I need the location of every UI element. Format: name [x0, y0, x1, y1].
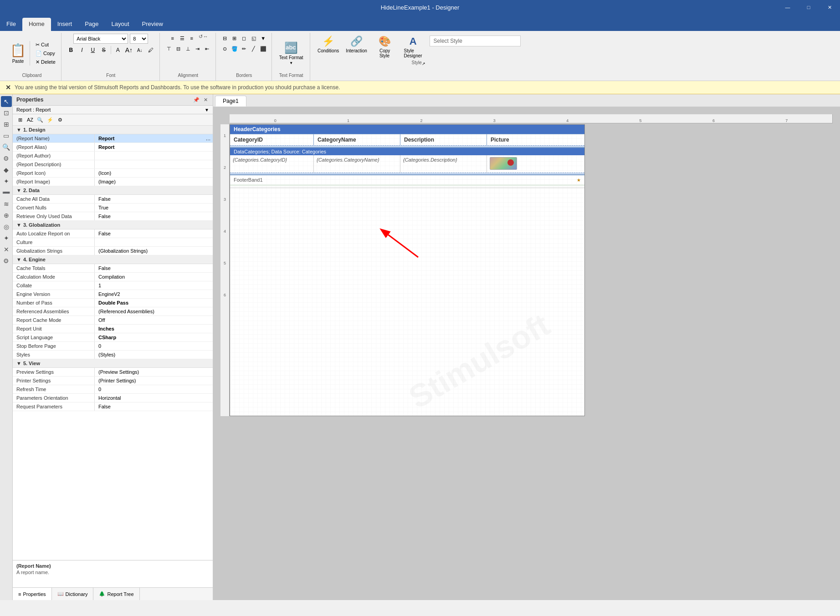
props-row-printersettings[interactable]: Printer Settings (Printer Settings): [13, 377, 213, 385]
sidebar-icon-gear[interactable]: ⚙: [1, 153, 12, 164]
props-row-refreshtime[interactable]: Refresh Time 0: [13, 385, 213, 394]
sidebar-icon-zoom[interactable]: 🔍: [1, 142, 12, 153]
highlight-button[interactable]: 🖊: [146, 45, 156, 55]
menu-insert[interactable]: Insert: [51, 18, 79, 31]
props-row-convertnulls[interactable]: Convert Nulls True: [13, 204, 213, 212]
border-btn2[interactable]: ⊞: [230, 34, 239, 43]
panel-close-btn[interactable]: ✕: [202, 96, 209, 103]
shadow-btn[interactable]: ⊙: [220, 44, 230, 53]
font-shrink-button[interactable]: A↓: [135, 45, 145, 55]
props-row-requestparams[interactable]: Request Parameters False: [13, 402, 213, 411]
sidebar-icon-grid[interactable]: ⊞: [1, 119, 12, 130]
props-row-autolocalize[interactable]: Auto Localize Report on False: [13, 229, 213, 238]
copy-style-button[interactable]: 🎨 CopyStyle: [371, 34, 399, 60]
data-band-resize-bar[interactable]: [230, 173, 584, 174]
delete-button[interactable]: ✕ Delete: [34, 58, 57, 66]
report-selector-dropdown[interactable]: ▼: [205, 107, 209, 112]
text-format-dropdown[interactable]: ▼: [289, 61, 293, 65]
minimize-btn[interactable]: —: [777, 0, 798, 15]
cut-button[interactable]: ✂ Cut: [34, 41, 57, 49]
sidebar-icon-cross[interactable]: ✦: [1, 176, 12, 187]
props-row-reportimage[interactable]: (Report Image) (Image): [13, 178, 213, 186]
props-row-collate[interactable]: Collate 1: [13, 281, 213, 290]
sidebar-icon-rect[interactable]: ▭: [1, 130, 12, 141]
menu-layout[interactable]: Layout: [105, 18, 136, 31]
footer-band[interactable]: FooterBand1 ★: [230, 175, 584, 188]
close-btn[interactable]: ✕: [819, 0, 840, 15]
indent-btn[interactable]: ⇥: [193, 44, 202, 53]
header-band-resize[interactable]: [581, 125, 584, 134]
trial-close-btn[interactable]: ✕: [5, 84, 11, 91]
strikethrough-button[interactable]: S: [99, 45, 109, 55]
props-row-reportdesc[interactable]: (Report Description): [13, 160, 213, 169]
border-btn3[interactable]: ◻: [240, 34, 249, 43]
select-style-area[interactable]: Select Style: [430, 36, 521, 46]
underline-button[interactable]: U: [88, 45, 98, 55]
data-cell-categoryid[interactable]: {Categories.CategoryID}: [230, 155, 314, 173]
paste-button[interactable]: 📋 Paste: [6, 41, 30, 66]
props-row-reportname[interactable]: (Report Name) Report …: [13, 134, 213, 143]
border-btn4[interactable]: ◱: [249, 34, 258, 43]
outdent-btn[interactable]: ⇤: [203, 44, 212, 53]
panel-pin-btn[interactable]: 📌: [193, 96, 200, 103]
pen-btn[interactable]: ✏: [240, 44, 249, 53]
border-btn1[interactable]: ⊟: [220, 34, 230, 43]
border-dropdown[interactable]: ▼: [259, 34, 268, 43]
font-grow-button[interactable]: A↑: [124, 45, 134, 55]
italic-button[interactable]: I: [77, 45, 87, 55]
props-row-culture[interactable]: Culture: [13, 238, 213, 247]
props-row-previewsettings[interactable]: Preview Settings (Preview Settings): [13, 368, 213, 377]
props-section-glob[interactable]: ▼ 3. Globalization: [13, 221, 213, 229]
empty-canvas-area[interactable]: Stimulsoft: [230, 188, 584, 416]
sidebar-icon-settings[interactable]: ⚙: [1, 255, 12, 266]
style-designer-button[interactable]: A StyleDesigner: [400, 34, 427, 60]
props-section-design[interactable]: ▼ 1. Design: [13, 126, 213, 134]
maximize-btn[interactable]: □: [798, 0, 819, 15]
bold-button[interactable]: B: [66, 45, 76, 55]
props-search-btn[interactable]: 🔍: [36, 115, 45, 124]
sidebar-icon-plus[interactable]: ⊕: [1, 210, 12, 221]
tab-report-tree[interactable]: 🌲 Report Tree: [93, 588, 139, 600]
line-btn[interactable]: ╱: [249, 44, 258, 53]
col-header-categoryname[interactable]: CategoryName: [314, 134, 400, 145]
props-row-cachealldata[interactable]: Cache All Data False: [13, 195, 213, 204]
menu-file[interactable]: File: [0, 18, 22, 31]
font-color-button[interactable]: A: [113, 45, 123, 55]
align-left-btn[interactable]: ≡: [168, 34, 177, 43]
sidebar-icon-star[interactable]: ✦: [1, 233, 12, 244]
align-top-btn[interactable]: ⊤: [164, 44, 174, 53]
props-row-cachetotals[interactable]: Cache Totals False: [13, 264, 213, 273]
menu-page[interactable]: Page: [78, 18, 105, 31]
data-band[interactable]: DataCategories; Data Source: Categories …: [230, 148, 584, 175]
menu-home[interactable]: Home: [22, 18, 51, 31]
style-expand-icon[interactable]: ↗: [422, 61, 425, 66]
props-row-retrievedata[interactable]: Retrieve Only Used Data False: [13, 212, 213, 221]
props-row-reporticon[interactable]: (Report Icon) (Icon): [13, 169, 213, 178]
col-header-picture[interactable]: Picture: [487, 134, 584, 145]
menu-preview[interactable]: Preview: [136, 18, 169, 31]
props-row-calcmode[interactable]: Calculation Mode Compilation: [13, 273, 213, 281]
props-row-styles[interactable]: Styles (Styles): [13, 351, 213, 359]
props-row-globstrings[interactable]: Globalization Strings (Globalization Str…: [13, 247, 213, 255]
copy-button[interactable]: 📄 Copy: [34, 50, 57, 57]
tab-properties[interactable]: ≡ Properties: [13, 588, 52, 600]
props-settings-btn[interactable]: ⚙: [56, 115, 65, 124]
props-row-cachemode[interactable]: Report Cache Mode Off: [13, 316, 213, 325]
footer-resize-bar[interactable]: [230, 184, 584, 186]
align-center-btn[interactable]: ☰: [178, 34, 187, 43]
sidebar-icon-list[interactable]: ≋: [1, 199, 12, 209]
fill-btn[interactable]: 🪣: [230, 44, 239, 53]
design-canvas[interactable]: HeaderCategories CategoryID CategoryName…: [230, 124, 585, 416]
interaction-button[interactable]: 🔗 Interaction: [343, 34, 370, 55]
col-header-categoryid[interactable]: CategoryID: [230, 134, 314, 145]
props-row-enginever[interactable]: Engine Version EngineV2: [13, 290, 213, 299]
sidebar-icon-circle[interactable]: ◎: [1, 221, 12, 232]
props-event-btn[interactable]: ⚡: [46, 115, 55, 124]
sidebar-icon-minus[interactable]: ➖: [1, 187, 12, 198]
tab-dictionary[interactable]: 📖 Dictionary: [52, 588, 94, 600]
data-cell-picture[interactable]: [487, 155, 584, 173]
font-name-select[interactable]: Arial Black Arial Times New Roman: [73, 34, 128, 44]
data-cell-categoryname[interactable]: {Categories.CategoryName}: [314, 155, 400, 173]
align-middle-btn[interactable]: ⊟: [174, 44, 183, 53]
props-row-reportauthor[interactable]: (Report Author): [13, 152, 213, 160]
